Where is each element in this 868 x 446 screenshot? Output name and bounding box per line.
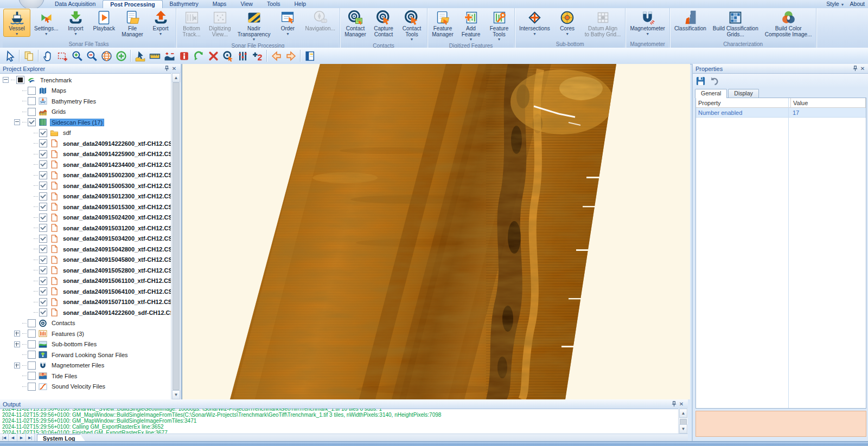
tree-item-label[interactable]: Maps [50, 87, 68, 94]
scroll-up-icon[interactable]: ▲ [172, 73, 180, 82]
tree-item[interactable]: Bathymetry Files [0, 96, 171, 107]
tree-item-label[interactable]: Magnetometer Files [50, 361, 106, 369]
tree-item-label[interactable]: sdf [61, 129, 73, 137]
measure-tool[interactable] [148, 49, 162, 63]
column-header-property[interactable]: Property [696, 98, 791, 107]
checkbox[interactable] [39, 150, 47, 158]
tree-item-label[interactable]: sonar_data240914234400_xtf-CH12.CSF [61, 161, 171, 169]
ribbon-tab[interactable]: Post Processing [103, 0, 162, 8]
tree-item[interactable]: Sidescan Files (17) [0, 117, 171, 128]
tree-item[interactable]: sonar_data240914222600_sdf-CH12.CSF [0, 307, 171, 318]
properties-tab[interactable]: General [695, 89, 727, 98]
checkbox[interactable] [39, 256, 47, 264]
tree-item-label[interactable]: sonar_data240915042800_xtf-CH12.CSF [61, 245, 171, 253]
settings-button[interactable]: Settings... ▼ [31, 9, 61, 37]
last-log-button[interactable]: ▶| [26, 434, 35, 442]
close-icon[interactable]: ✕ [678, 400, 685, 408]
column-header-value[interactable]: Value [791, 98, 866, 107]
tree-item-label[interactable]: Tide Files [50, 372, 79, 380]
tree-item[interactable]: sonar_data240915061100_xtf-CH12.CSF [0, 276, 171, 287]
style-menu[interactable]: Style ▼ [826, 1, 844, 7]
swath-adjust-tool[interactable] [162, 49, 177, 63]
tree-item-label[interactable]: sonar_data240915052800_xtf-CH12.CSF [61, 267, 171, 274]
dropdown-arrow-icon[interactable]: ▼ [469, 38, 473, 41]
tree-item-label[interactable]: sonar_data240914222600_sdf-CH12.CSF [61, 309, 171, 316]
checkbox[interactable] [28, 87, 36, 95]
pan-tool[interactable] [41, 49, 55, 63]
property-row[interactable]: Number enabled 17 [696, 108, 866, 118]
tree-item-label[interactable]: sonar_data240915002300_xtf-CH12.CSF [61, 171, 171, 179]
cores-button[interactable]: Cores ▼ [554, 9, 581, 37]
ribbon-tab[interactable]: Data Acquisition [48, 0, 103, 8]
tree-item[interactable]: Features (3) [0, 328, 171, 339]
report-tool[interactable] [303, 49, 317, 63]
tree-item[interactable]: Sub-bottom Files [0, 339, 171, 350]
tree-item[interactable]: sdf [0, 128, 171, 139]
dropdown-arrow-icon[interactable]: ▼ [286, 33, 290, 36]
tree-item-label[interactable]: sonar_data240915061100_xtf-CH12.CSF [61, 277, 171, 285]
tree-item[interactable]: sonar_data240915024200_xtf-CH12.CSF [0, 212, 171, 223]
next-log-button[interactable]: ▶ [17, 434, 26, 442]
checkbox[interactable] [39, 235, 47, 243]
digitizing-view-button[interactable]: Digitizing View... ▼ [206, 9, 234, 38]
feature-tools-button[interactable]: Feature Tools ▼ [486, 9, 513, 42]
dropdown-arrow-icon[interactable]: ▼ [44, 33, 48, 36]
tree-item[interactable]: sonar_data240915031200_xtf-CH12.CSF [0, 223, 171, 234]
checkbox[interactable] [28, 383, 36, 391]
zoom-window-tool[interactable] [55, 49, 70, 63]
dropdown-arrow-icon[interactable]: ▼ [410, 38, 414, 41]
build-color-composite-button[interactable]: Build Color Composite Image... ▼ [762, 9, 815, 38]
zoom-out-tool[interactable] [85, 49, 99, 63]
zoom-extents-tool[interactable] [114, 49, 129, 63]
scroll-down-icon[interactable]: ▼ [172, 390, 180, 399]
bottom-track-button[interactable]: Bottom Track... ▼ [178, 9, 205, 38]
digitize-cursor-tool[interactable] [133, 49, 148, 63]
checkbox[interactable] [39, 171, 47, 179]
export-button[interactable]: Export ▼ [147, 9, 174, 37]
expander-icon[interactable] [14, 341, 20, 347]
tree-item-label[interactable]: sonar_data240915015300_xtf-CH12.CSF [61, 203, 171, 211]
tree-item[interactable]: sonar_data240914234400_xtf-CH12.CSF [0, 159, 171, 170]
close-icon[interactable]: ✕ [170, 65, 178, 72]
checkbox[interactable] [16, 76, 24, 84]
tree-item-label[interactable]: sonar_data240915034200_xtf-CH12.CSF [61, 235, 171, 242]
tree-item-label[interactable]: Contacts [50, 319, 76, 327]
feature-manager-button[interactable]: Feature Manager ▼ [429, 9, 456, 38]
checkbox[interactable] [28, 340, 36, 348]
zoom-world-tool[interactable] [99, 49, 114, 63]
refresh-tool[interactable] [192, 49, 206, 63]
tree-item[interactable]: sonar_data240915064100_xtf-CH12.CSF [0, 286, 171, 297]
datum-align-button[interactable]: Datum Align to Bathy Grid... ▼ [582, 9, 624, 38]
checkbox[interactable] [39, 308, 47, 316]
tab-system-log[interactable]: System Log [37, 434, 86, 442]
tree-item[interactable]: sonar_data240915015300_xtf-CH12.CSF [0, 202, 171, 212]
intersections-button[interactable]: Intersections ▼ [516, 9, 553, 37]
tree-item[interactable]: Trenchmark [0, 75, 171, 86]
tree-item[interactable]: sonar_data240915005300_xtf-CH12.CSF [0, 180, 171, 191]
checkbox[interactable] [28, 97, 36, 105]
dropdown-arrow-icon[interactable]: ▼ [15, 33, 19, 36]
tree-item-label[interactable]: sonar_data240915031200_xtf-CH12.CSF [61, 224, 171, 232]
first-log-button[interactable]: |◀ [0, 434, 9, 442]
scroll-up-icon[interactable]: ▲ [679, 409, 687, 418]
checkbox[interactable] [39, 129, 47, 137]
tree-item-label[interactable]: sonar_data240915064100_xtf-CH12.CSF [61, 288, 171, 295]
undo-icon[interactable] [709, 76, 719, 86]
merge-lines-tool[interactable] [250, 49, 265, 63]
dropdown-arrow-icon[interactable]: ▼ [497, 38, 501, 41]
dropdown-arrow-icon[interactable]: ▼ [252, 38, 256, 41]
contact-tools-button[interactable]: Contact Tools ▼ [398, 9, 425, 42]
contact-pick-tool[interactable] [221, 49, 235, 63]
expander-icon[interactable] [14, 363, 20, 369]
pin-icon[interactable] [163, 65, 170, 72]
gain-control-tool[interactable] [235, 49, 250, 63]
column-divider[interactable] [788, 98, 789, 408]
tree-item[interactable]: sonar_data240915071100_xtf-CH12.CSF [0, 297, 171, 308]
about-menu[interactable]: About [850, 1, 865, 7]
tree-item[interactable]: sonar_data240915012300_xtf-CH12.CSF [0, 191, 171, 202]
close-icon[interactable]: ✕ [859, 65, 866, 72]
checkbox[interactable] [28, 329, 36, 338]
dropdown-arrow-icon[interactable]: ▼ [533, 33, 537, 36]
prev-log-button[interactable]: ◀ [9, 434, 17, 442]
tree-item[interactable]: sonar_data240915052800_xtf-CH12.CSF [0, 265, 171, 276]
